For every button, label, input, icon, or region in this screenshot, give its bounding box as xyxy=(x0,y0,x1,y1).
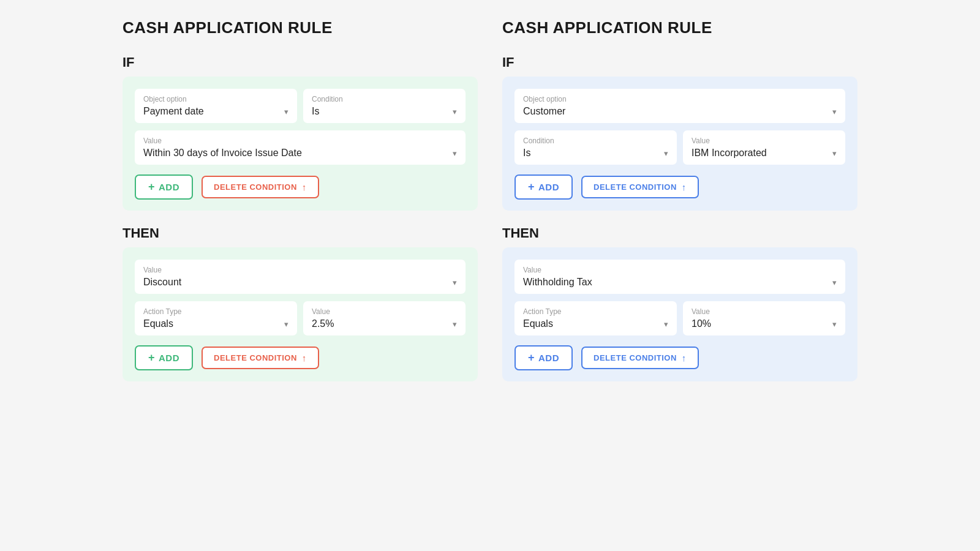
left-if-condition-chevron-icon: ▾ xyxy=(453,107,457,116)
right-if-condition-label: Condition xyxy=(523,137,668,145)
right-then-row1: Value Withholding Tax ▾ xyxy=(514,260,845,294)
right-then-value-value: Withholding Tax xyxy=(523,277,592,288)
right-then-add-label: ADD xyxy=(538,353,559,363)
left-then-actiontype-field[interactable]: Action Type Equals ▾ xyxy=(135,301,297,335)
left-if-section: IF Object option Payment date ▾ Conditio… xyxy=(123,54,478,211)
right-then-actiontype-value-row: Equals ▾ xyxy=(523,318,668,329)
left-if-add-label: ADD xyxy=(159,182,179,192)
right-if-condition-value-row: Is ▾ xyxy=(523,148,668,159)
right-then-value-field[interactable]: Value Withholding Tax ▾ xyxy=(514,260,845,294)
left-then-delete-button[interactable]: DELETE CONDITION ↑ xyxy=(202,347,319,369)
left-panel: CASH APPLICATION RULE IF Object option P… xyxy=(123,18,478,381)
left-if-delete-arrow-icon: ↑ xyxy=(302,182,307,192)
left-then-actiontype-value-row: Equals ▾ xyxy=(143,318,288,329)
right-if-row2: Condition Is ▾ Value IBM Incorporated ▾ xyxy=(514,130,845,165)
right-then-row2: Action Type Equals ▾ Value 10% ▾ xyxy=(514,301,845,335)
right-if-delete-label: DELETE CONDITION xyxy=(594,182,677,192)
right-then-value-value-row: Withholding Tax ▾ xyxy=(523,277,837,288)
left-if-value-value: Within 30 days of Invoice Issue Date xyxy=(143,148,302,159)
left-then-add-label: ADD xyxy=(159,353,179,363)
left-then-add-button[interactable]: + ADD xyxy=(135,345,193,370)
left-if-object-label: Object option xyxy=(143,95,288,103)
left-if-label: IF xyxy=(123,54,478,70)
left-then-amount-label: Value xyxy=(312,307,457,316)
left-then-actions: + ADD DELETE CONDITION ↑ xyxy=(135,345,466,370)
left-then-amount-chevron-icon: ▾ xyxy=(453,320,457,329)
left-if-value-field[interactable]: Value Within 30 days of Invoice Issue Da… xyxy=(135,130,466,165)
right-if-value-field[interactable]: Value IBM Incorporated ▾ xyxy=(683,130,845,165)
right-if-object-field[interactable]: Object option Customer ▾ xyxy=(514,89,845,123)
right-then-actiontype-value: Equals xyxy=(523,318,553,329)
left-title: CASH APPLICATION RULE xyxy=(123,18,478,37)
right-panel: CASH APPLICATION RULE IF Object option C… xyxy=(502,18,858,381)
right-if-delete-button[interactable]: DELETE CONDITION ↑ xyxy=(581,176,699,198)
right-if-condition-value: Is xyxy=(523,148,530,159)
right-then-amount-field[interactable]: Value 10% ▾ xyxy=(683,301,845,335)
left-then-value-label: Value xyxy=(143,266,457,274)
right-if-card: Object option Customer ▾ Condition Is ▾ xyxy=(502,77,858,211)
right-then-value-chevron-icon: ▾ xyxy=(832,278,837,287)
right-if-object-label: Object option xyxy=(523,95,837,103)
right-then-actiontype-label: Action Type xyxy=(523,307,668,316)
left-if-condition-field[interactable]: Condition Is ▾ xyxy=(303,89,466,123)
right-then-actiontype-chevron-icon: ▾ xyxy=(664,320,668,329)
right-if-add-plus-icon: + xyxy=(528,181,535,193)
left-if-actions: + ADD DELETE CONDITION ↑ xyxy=(135,174,466,200)
left-if-add-button[interactable]: + ADD xyxy=(135,174,193,200)
left-then-row1: Value Discount ▾ xyxy=(135,260,466,294)
right-then-amount-label: Value xyxy=(692,307,837,316)
left-then-section: THEN Value Discount ▾ Action Type xyxy=(123,225,478,381)
right-if-value-chevron-icon: ▾ xyxy=(832,149,837,158)
right-then-section: THEN Value Withholding Tax ▾ Action T xyxy=(502,225,858,381)
left-then-value-field[interactable]: Value Discount ▾ xyxy=(135,260,466,294)
left-if-condition-value: Is xyxy=(312,106,319,117)
right-then-delete-button[interactable]: DELETE CONDITION ↑ xyxy=(581,347,699,369)
left-then-label: THEN xyxy=(123,225,478,241)
left-then-delete-label: DELETE CONDITION xyxy=(214,353,297,362)
left-then-amount-value: 2.5% xyxy=(312,318,334,329)
right-if-object-value-row: Customer ▾ xyxy=(523,106,837,117)
left-then-value-chevron-icon: ▾ xyxy=(453,278,457,287)
left-if-object-field[interactable]: Object option Payment date ▾ xyxy=(135,89,297,123)
right-then-amount-chevron-icon: ▾ xyxy=(832,320,837,329)
right-then-amount-value-row: 10% ▾ xyxy=(692,318,837,329)
right-if-value-value: IBM Incorporated xyxy=(692,148,767,159)
right-then-card: Value Withholding Tax ▾ Action Type Equa… xyxy=(502,247,858,381)
left-if-value-label: Value xyxy=(143,137,457,145)
right-if-condition-chevron-icon: ▾ xyxy=(664,149,668,158)
left-if-object-chevron-icon: ▾ xyxy=(284,107,288,116)
right-if-delete-arrow-icon: ↑ xyxy=(682,182,687,192)
left-if-object-value: Payment date xyxy=(143,106,204,117)
left-if-condition-label: Condition xyxy=(312,95,457,103)
right-if-actions: + ADD DELETE CONDITION ↑ xyxy=(514,174,845,200)
left-then-delete-arrow-icon: ↑ xyxy=(302,353,307,363)
left-then-actiontype-chevron-icon: ▾ xyxy=(284,320,288,329)
right-if-value-value-row: IBM Incorporated ▾ xyxy=(692,148,837,159)
left-if-condition-value-row: Is ▾ xyxy=(312,106,457,117)
left-if-delete-button[interactable]: DELETE CONDITION ↑ xyxy=(202,176,319,198)
right-then-delete-arrow-icon: ↑ xyxy=(682,353,687,363)
right-then-value-label: Value xyxy=(523,266,837,274)
left-if-object-value-row: Payment date ▾ xyxy=(143,106,288,117)
right-if-condition-field[interactable]: Condition Is ▾ xyxy=(514,130,677,165)
left-then-value-value-row: Discount ▾ xyxy=(143,277,457,288)
left-then-amount-field[interactable]: Value 2.5% ▾ xyxy=(303,301,466,335)
right-then-actiontype-field[interactable]: Action Type Equals ▾ xyxy=(514,301,677,335)
right-if-section: IF Object option Customer ▾ Condition xyxy=(502,54,858,211)
right-if-add-label: ADD xyxy=(538,182,559,192)
left-then-value-value: Discount xyxy=(143,277,181,288)
right-then-label: THEN xyxy=(502,225,858,241)
left-then-actiontype-label: Action Type xyxy=(143,307,288,316)
left-then-row2: Action Type Equals ▾ Value 2.5% ▾ xyxy=(135,301,466,335)
left-if-row1: Object option Payment date ▾ Condition I… xyxy=(135,89,466,123)
left-if-row2: Value Within 30 days of Invoice Issue Da… xyxy=(135,130,466,165)
left-then-add-plus-icon: + xyxy=(148,351,155,364)
left-then-card: Value Discount ▾ Action Type Equals ▾ xyxy=(123,247,478,381)
left-then-actiontype-value: Equals xyxy=(143,318,173,329)
right-then-delete-label: DELETE CONDITION xyxy=(594,353,677,362)
right-if-object-value: Customer xyxy=(523,106,565,117)
right-if-add-button[interactable]: + ADD xyxy=(514,174,573,200)
left-if-value-chevron-icon: ▾ xyxy=(453,149,457,158)
right-then-add-button[interactable]: + ADD xyxy=(514,345,573,370)
right-if-row1: Object option Customer ▾ xyxy=(514,89,845,123)
